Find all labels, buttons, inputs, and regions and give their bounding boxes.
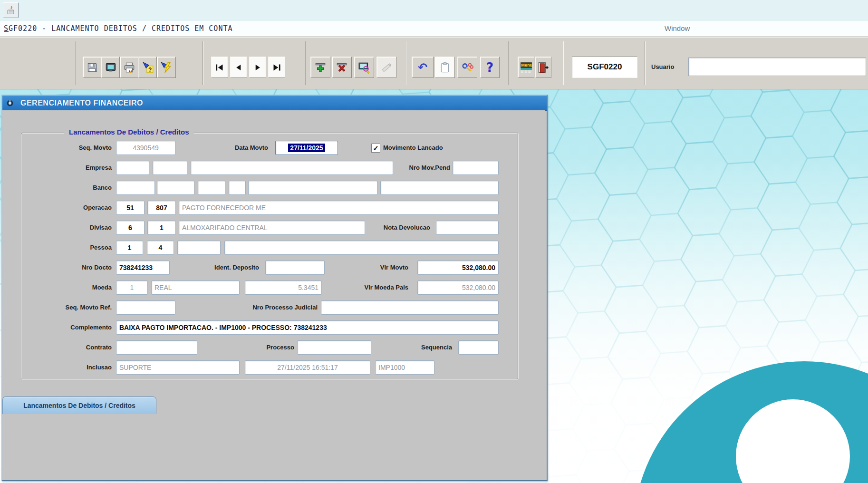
nro-docto-label: Nro Docto	[15, 261, 112, 275]
complemento-field[interactable]: BAIXA PAGTO IMPORTACAO. - IMP1000 - PROC…	[116, 320, 499, 335]
ident-deposito-label: Ident. Deposito	[191, 261, 259, 275]
nav-prev-button[interactable]	[230, 57, 247, 78]
nro-mov-pend-field[interactable]	[453, 161, 499, 175]
divisao-code2-field[interactable]: 1	[147, 221, 176, 235]
inclusao-origem-field[interactable]: IMP1000	[375, 360, 434, 375]
nav-first-button[interactable]	[211, 57, 228, 78]
pessoa-code1-field[interactable]: 1	[116, 241, 143, 255]
save-icon	[86, 61, 98, 74]
clipboard-button[interactable]	[435, 57, 455, 78]
keys-icon	[461, 61, 473, 74]
app-icon	[6, 5, 16, 16]
pessoa-code2-field[interactable]: 4	[147, 241, 174, 255]
toolbar-separator	[75, 41, 76, 85]
operacao-code2-field[interactable]: 807	[147, 201, 176, 215]
contrato-field[interactable]	[116, 340, 197, 355]
banco-field-4[interactable]	[229, 181, 246, 195]
divisao-code1-field[interactable]: 6	[116, 221, 145, 235]
banco-field-5[interactable]	[248, 181, 377, 195]
pessoa-field-3[interactable]	[177, 241, 221, 255]
window-titlebar[interactable]: GERENCIAMENTO FINANCEIRO	[2, 96, 547, 111]
vlr-movto-field[interactable]: 532,080.00	[417, 261, 499, 275]
menu-screen-button[interactable]: Menu	[518, 57, 534, 78]
banco-field-1[interactable]	[116, 181, 155, 195]
selected-text: 27/11/2025	[288, 144, 325, 152]
contrato-label: Contrato	[15, 340, 112, 355]
empresa-label: Empresa	[15, 161, 112, 175]
pessoa-label: Pessoa	[15, 241, 112, 255]
menubar: SGF0220 - LANCAMENTO DEBITOS / CREDITOS …	[0, 21, 868, 37]
banco-field-3[interactable]	[198, 181, 225, 195]
nota-devolucao-label: Nota Devolucao	[364, 221, 430, 235]
nav-next-button[interactable]	[249, 57, 266, 78]
sequencia-label: Sequencia	[385, 340, 452, 355]
display-icon	[105, 61, 117, 74]
vlr-moeda-pais-field[interactable]: 532,080.00	[417, 280, 499, 295]
inclusao-datahora-field[interactable]: 27/11/2025 16:51:17	[245, 360, 370, 375]
execute-query-button[interactable]	[157, 57, 176, 78]
help-button[interactable]: ?	[480, 57, 500, 78]
moeda-taxa-field[interactable]: 5.3451	[245, 280, 322, 295]
nro-processo-judicial-field[interactable]	[321, 300, 499, 315]
banco-field-6[interactable]	[380, 181, 499, 195]
nro-docto-field[interactable]: 738241233	[116, 261, 170, 275]
operacao-code1-field[interactable]: 51	[116, 201, 145, 215]
moeda-code-field[interactable]: 1	[116, 280, 148, 295]
program-code-box: SGF0220	[572, 57, 637, 78]
print-button[interactable]	[120, 57, 138, 78]
moeda-label: Moeda	[15, 280, 112, 295]
undo-icon: ↶	[418, 62, 427, 73]
toolbar-separator	[563, 41, 564, 85]
pessoa-name-field[interactable]	[224, 241, 499, 255]
complemento-label: Complemento	[15, 320, 112, 335]
save-button[interactable]	[83, 57, 101, 78]
enter-query-button[interactable]: ?	[138, 57, 157, 78]
tab-lancamentos-debitos-creditos[interactable]: Lancamentos De Debitos / Creditos	[2, 396, 156, 414]
usuario-input[interactable]	[688, 58, 866, 76]
print-icon	[123, 61, 135, 74]
inclusao-usuario-field[interactable]: SUPORTE	[116, 360, 240, 375]
window-body: Lancamentos De Debitos / Creditos Seq. M…	[2, 110, 545, 479]
exit-button[interactable]	[535, 57, 551, 78]
window-title: GERENCIAMENTO FINANCEIRO	[20, 96, 143, 110]
exit-icon	[537, 61, 550, 74]
processo-field[interactable]	[297, 340, 371, 355]
sequencia-field[interactable]	[458, 340, 499, 355]
undo-button[interactable]: ↶	[412, 57, 434, 78]
operacao-desc-field[interactable]: PAGTO FORNECEDOR ME	[179, 201, 499, 215]
svg-text:?: ?	[148, 66, 152, 73]
seq-movto-field[interactable]: 4390549	[116, 141, 175, 155]
empresa-field-2[interactable]	[153, 161, 187, 175]
moeda-name-field[interactable]: REAL	[151, 280, 240, 295]
divisao-desc-field[interactable]: ALMOXARIFADO CENTRAL	[179, 221, 365, 235]
banco-field-2[interactable]	[157, 181, 194, 195]
data-movto-field[interactable]: 27/11/2025	[275, 141, 338, 155]
vlr-movto-label: Vlr Movto	[341, 261, 408, 275]
nav-prev-icon	[232, 61, 245, 74]
insert-record-button[interactable]	[310, 57, 330, 78]
seq-movto-ref-field[interactable]	[116, 300, 175, 315]
keys-button[interactable]	[457, 57, 477, 78]
nota-devolucao-field[interactable]	[436, 221, 499, 235]
banco-label: Banco	[15, 181, 112, 195]
toolbar-separator	[508, 41, 509, 85]
movimento-lancado-label: Movimento Lancado	[383, 141, 443, 155]
display-record-button[interactable]	[354, 57, 374, 78]
ident-deposito-field[interactable]	[265, 261, 325, 275]
clear-record-button[interactable]	[376, 57, 396, 78]
svg-text:Menu: Menu	[521, 63, 532, 68]
group-title: Lancamentos De Debitos / Creditos	[64, 126, 194, 138]
menu-window[interactable]: Window	[665, 21, 690, 36]
delete-record-button[interactable]	[332, 57, 352, 78]
menu-form-title[interactable]: SGF0220 - LANCAMENTO DEBITOS / CREDITOS …	[4, 21, 232, 36]
processo-label: Processo	[227, 340, 294, 355]
nav-last-button[interactable]	[268, 57, 285, 78]
delete-record-icon	[336, 61, 348, 74]
empresa-field-3[interactable]	[191, 161, 393, 175]
empresa-field-1[interactable]	[116, 161, 149, 175]
display-button[interactable]	[101, 57, 120, 78]
top-strip	[0, 0, 868, 21]
app-icon-button[interactable]	[3, 2, 19, 18]
help-icon: ?	[486, 61, 493, 74]
movimento-lancado-checkbox[interactable]: ✓	[371, 144, 380, 153]
